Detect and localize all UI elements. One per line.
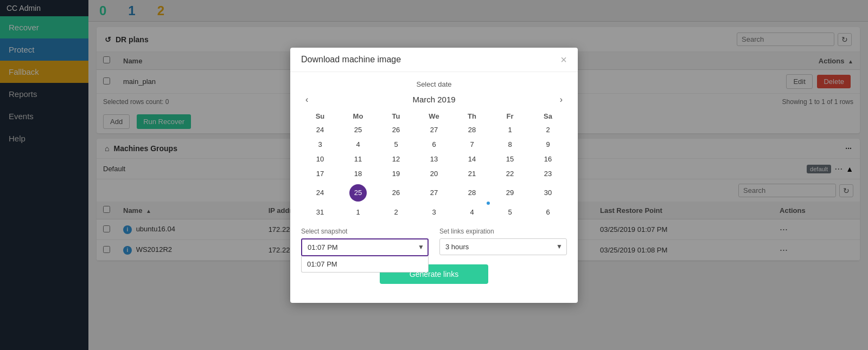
snapshot-row: Select snapshot 01:07 PM ▼ 01:07 PM Set … (301, 228, 567, 256)
snapshot-label: Select snapshot (301, 228, 429, 235)
calendar-day[interactable]: 28 (453, 122, 491, 137)
cal-weekday-fr: Fr (491, 110, 529, 122)
calendar-day[interactable]: 29 (491, 181, 529, 205)
calendar-day[interactable]: 4 (339, 137, 377, 152)
calendar-month: March 2019 (412, 95, 455, 104)
calendar-day[interactable]: 12 (377, 152, 415, 166)
calendar-day[interactable]: 13 (415, 152, 453, 166)
calendar-day[interactable]: 22 (491, 166, 529, 181)
snapshot-option-0[interactable]: 01:07 PM (302, 256, 428, 272)
calendar-day[interactable]: 9 (529, 137, 567, 152)
calendar-day[interactable]: 2 (529, 122, 567, 137)
calendar-label: Select date (301, 80, 567, 88)
calendar-day[interactable]: 1 (339, 205, 377, 219)
modal-overlay: Download machine image × Select date ‹ M… (0, 0, 868, 350)
calendar-day[interactable]: 21 (453, 166, 491, 181)
cal-weekday-sa: Sa (529, 110, 567, 122)
calendar-day[interactable]: 27 (415, 181, 453, 205)
snapshot-dropdown: 01:07 PM (301, 256, 429, 273)
calendar-day[interactable]: 26 (377, 181, 415, 205)
calendar-day[interactable]: 19 (377, 166, 415, 181)
calendar-day[interactable]: 3 (415, 205, 453, 219)
snapshot-select-wrapper: 01:07 PM ▼ 01:07 PM (301, 238, 429, 256)
modal-title: Download machine image (301, 55, 401, 64)
calendar-table: Su Mo Tu We Th Fr Sa 2425262728123456789… (301, 110, 567, 219)
calendar-day[interactable]: 6 (415, 137, 453, 152)
calendar-day[interactable]: 4 (453, 205, 491, 219)
calendar-day[interactable]: 1 (491, 122, 529, 137)
cal-weekday-we: We (415, 110, 453, 122)
calendar-day[interactable]: 10 (301, 152, 339, 166)
calendar-day[interactable]: 8 (491, 137, 529, 152)
calendar-next-button[interactable]: › (556, 94, 567, 106)
cal-weekday-mo: Mo (339, 110, 377, 122)
expiry-label: Set links expiration (439, 228, 567, 235)
calendar-day[interactable]: 14 (453, 152, 491, 166)
download-modal: Download machine image × Select date ‹ M… (290, 48, 578, 303)
calendar-day[interactable]: 18 (339, 166, 377, 181)
calendar-day[interactable]: 23 (529, 166, 567, 181)
calendar-day[interactable]: 31 (301, 205, 339, 219)
cal-weekday-su: Su (301, 110, 339, 122)
modal-header: Download machine image × (290, 48, 578, 72)
calendar-day[interactable]: 15 (491, 152, 529, 166)
cal-weekday-th: Th (453, 110, 491, 122)
calendar-day[interactable]: 5 (377, 137, 415, 152)
calendar-nav: ‹ March 2019 › (301, 94, 567, 106)
cal-weekday-tu: Tu (377, 110, 415, 122)
snapshot-col: Select snapshot 01:07 PM ▼ 01:07 PM (301, 228, 429, 256)
calendar-day[interactable]: 30 (529, 181, 567, 205)
calendar-day[interactable]: 11 (339, 152, 377, 166)
calendar-day[interactable]: 17 (301, 166, 339, 181)
expiry-select[interactable]: 3 hours 1 hour 6 hours 12 hours 24 hours (439, 238, 567, 255)
expiry-col: Set links expiration 3 hours 1 hour 6 ho… (439, 228, 567, 256)
calendar-day[interactable]: 25 (339, 122, 377, 137)
calendar-day[interactable]: 24 (301, 181, 339, 205)
calendar-day[interactable]: 27 (415, 122, 453, 137)
calendar-day[interactable]: 26 (377, 122, 415, 137)
calendar-day[interactable]: 20 (415, 166, 453, 181)
calendar-day[interactable]: 3 (301, 137, 339, 152)
snapshot-select[interactable]: 01:07 PM (301, 238, 429, 256)
calendar-day[interactable]: 2 (377, 205, 415, 219)
calendar-day[interactable]: 25 (339, 181, 377, 205)
expiry-select-wrapper: 3 hours 1 hour 6 hours 12 hours 24 hours… (439, 238, 567, 255)
calendar-prev-button[interactable]: ‹ (301, 94, 312, 106)
calendar-day[interactable]: 24 (301, 122, 339, 137)
calendar-day[interactable]: 7 (453, 137, 491, 152)
calendar-day[interactable]: 6 (529, 205, 567, 219)
modal-close-button[interactable]: × (560, 54, 567, 65)
modal-body: Select date ‹ March 2019 › Su Mo Tu We T… (290, 72, 578, 292)
calendar-day[interactable]: 28 (453, 181, 491, 205)
calendar-day[interactable]: 16 (529, 152, 567, 166)
calendar-day[interactable]: 5 (491, 205, 529, 219)
